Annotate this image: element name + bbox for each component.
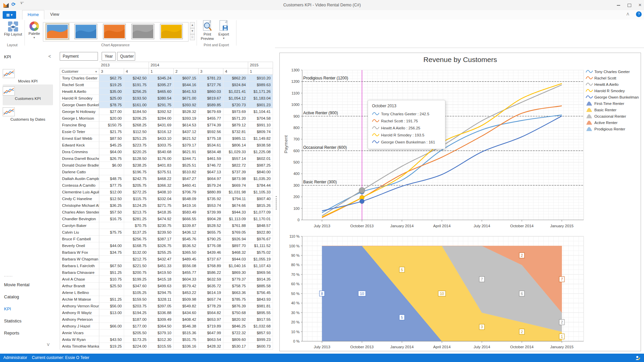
nav-item-reports[interactable]: Reports	[4, 330, 51, 336]
value-cell[interactable]: $586.22	[199, 269, 223, 276]
value-cell[interactable]: $191.75	[124, 81, 149, 88]
value-cell[interactable]: $895.55	[248, 309, 273, 316]
value-cell[interactable]: $1,104.41	[248, 108, 273, 115]
customer-name-cell[interactable]: George Owen Bunkel…	[60, 102, 99, 108]
value-cell[interactable]: $213.75	[124, 209, 149, 216]
value-cell[interactable]: $1,225.08	[248, 148, 273, 155]
value-cell[interactable]: $815.26	[248, 202, 273, 209]
value-cell[interactable]: $530.17	[223, 343, 248, 350]
value-cell[interactable]: $432.47	[149, 256, 174, 262]
table-row[interactable]: Arvil A Chase$10.75$199.25$415.18$604.33…	[60, 276, 273, 283]
table-row[interactable]: Anthony Vernon Rounds$56.00$203.75$397.0…	[60, 303, 273, 309]
customer-name-cell[interactable]: Barbara W Fox	[60, 249, 99, 256]
value-cell[interactable]: $564.82	[199, 309, 223, 316]
table-row[interactable]: Anita Timothie Manka$19.25$224.00$315.55…	[60, 343, 273, 350]
value-cell[interactable]: $27.00	[99, 108, 124, 115]
value-cell[interactable]: $345.24	[149, 75, 174, 81]
value-cell[interactable]: $704.58	[248, 115, 273, 122]
value-cell[interactable]: $206.25	[124, 115, 149, 122]
value-cell[interactable]: $336.88	[149, 309, 174, 316]
value-cell[interactable]: $1,170.01	[248, 216, 273, 222]
value-cell[interactable]: $664.97	[199, 175, 223, 182]
value-cell[interactable]: $365.50	[174, 249, 199, 256]
legend-item-harold-r-smodey[interactable]: Harold R Smodey	[586, 87, 640, 94]
value-cell[interactable]: $150.75	[99, 122, 124, 128]
export-button[interactable]: Export ▾	[216, 20, 231, 46]
value-cell[interactable]: $238.25	[124, 162, 149, 169]
value-cell[interactable]: $315.55	[149, 343, 174, 350]
value-cell[interactable]: $87.50	[99, 135, 124, 142]
value-cell[interactable]: $1,040.16	[223, 262, 248, 269]
customer-name-cell[interactable]: Chandler Bevington	[60, 216, 99, 222]
value-cell[interactable]: $16.75	[99, 216, 124, 222]
value-cell[interactable]: $879.12	[223, 122, 248, 128]
value-cell[interactable]: $776.08	[199, 242, 223, 249]
value-cell[interactable]: $546.38	[174, 323, 199, 329]
value-cell[interactable]	[99, 256, 124, 262]
value-cell[interactable]: $806.14	[223, 142, 248, 148]
table-row[interactable]: Barbara W Chapman$212.75$432.47$489.45$7…	[60, 256, 273, 262]
value-cell[interactable]: $635.72	[199, 283, 223, 289]
customer-column-header[interactable]: Customer▾	[60, 68, 99, 75]
customer-name-cell[interactable]: Anita W Ryan	[60, 336, 99, 343]
value-cell[interactable]: $531.75	[174, 336, 199, 343]
customer-name-cell[interactable]: Bruce F Cambell	[60, 236, 99, 242]
value-cell[interactable]: $64.00	[99, 148, 124, 155]
value-cell[interactable]: $316.12	[149, 128, 174, 135]
value-cell[interactable]: $785.75	[223, 296, 248, 303]
value-cell[interactable]: $194.25	[124, 309, 149, 316]
legend-item-tony-charles-geeter[interactable]: Tony Charles Geeter	[586, 68, 640, 75]
value-cell[interactable]: $769.05	[223, 229, 248, 236]
value-cell[interactable]: $547.27	[174, 175, 199, 182]
value-cell[interactable]: $907.40	[248, 195, 273, 202]
value-cell[interactable]: $536.52	[174, 242, 199, 249]
value-cell[interactable]: $19.25	[99, 343, 124, 350]
table-row[interactable]: Anthony Peterson$187.00$309.49$408.42$65…	[60, 316, 273, 323]
value-cell[interactable]: $268.25	[124, 122, 149, 128]
value-cell[interactable]: $34.75	[99, 249, 124, 256]
value-cell[interactable]: $663.54	[199, 336, 223, 343]
value-cell[interactable]: $272.25	[124, 189, 149, 195]
legend-item-george-owen-bunkelman[interactable]: George Owen Bunkelman	[586, 94, 640, 100]
table-row[interactable]: Dailiah Austin Campbell$48.75$242.75$468…	[60, 175, 273, 182]
value-cell[interactable]: $451.33	[149, 262, 174, 269]
value-cell[interactable]: $655.75	[199, 229, 223, 236]
value-cell[interactable]: $666.55	[174, 216, 199, 222]
table-row[interactable]: Barbara L Faircloth$67.50$221.50$451.33$…	[60, 262, 273, 269]
value-cell[interactable]: $26.75	[99, 155, 124, 162]
customer-name-cell[interactable]: Anthony R Waytz	[60, 309, 99, 316]
flip-layout-button[interactable]: ◀▶ Flip Layout	[3, 21, 23, 42]
value-cell[interactable]: $647.13	[199, 169, 223, 175]
value-cell[interactable]: $387.17	[149, 236, 174, 242]
customer-name-cell[interactable]: Edward Keck	[60, 142, 99, 148]
value-cell[interactable]: $848.57	[248, 222, 273, 229]
nav-item-movie-rental[interactable]: Movie Rental	[4, 282, 51, 287]
value-cell[interactable]: $393.92	[174, 102, 199, 108]
close-button[interactable]: ✕	[635, 1, 644, 9]
customer-name-cell[interactable]: Arvil A Chase	[60, 276, 99, 283]
value-cell[interactable]: $57.50	[99, 209, 124, 216]
value-cell[interactable]: $242.75	[124, 175, 149, 182]
value-cell[interactable]: $1,021.41	[223, 88, 248, 95]
sidebar-overflow-icon[interactable]: ᐯ	[47, 343, 50, 347]
value-cell[interactable]: $415.18	[149, 276, 174, 283]
value-cell[interactable]: $1,107.43	[248, 262, 273, 269]
value-cell[interactable]: $1,035.20	[248, 175, 273, 182]
value-cell[interactable]: $819.67	[199, 95, 223, 102]
sidebar-item-customers-kpi[interactable]: Customers KPI	[3, 84, 53, 105]
value-cell[interactable]: $453.22	[174, 289, 199, 296]
table-row[interactable]: Hewitt A Aiello$35.00$256.25$465.60$641.…	[60, 88, 273, 95]
value-cell[interactable]: $732.81	[223, 128, 248, 135]
renter-distribution-area-chart[interactable]: 0 %10 %20 %30 %40 %50 %60 %70 %80 %90 %1…	[280, 235, 640, 351]
value-cell[interactable]: $876.39	[223, 303, 248, 309]
table-row[interactable]: Christophe Michael All…$36.25$124.25$271…	[60, 202, 273, 209]
value-cell[interactable]	[99, 289, 124, 296]
value-cell[interactable]: $515.36	[174, 329, 199, 336]
palette-button[interactable]: Palette ▾	[26, 21, 42, 45]
value-cell[interactable]: $45.25	[99, 142, 124, 148]
value-cell[interactable]: $380.54	[149, 95, 174, 102]
value-cell[interactable]: $768.89	[199, 262, 223, 269]
customer-name-cell[interactable]: Tony Charles Geeter	[60, 75, 99, 81]
value-cell[interactable]: $778.29	[199, 303, 223, 309]
value-cell[interactable]: $35.00	[99, 88, 124, 95]
